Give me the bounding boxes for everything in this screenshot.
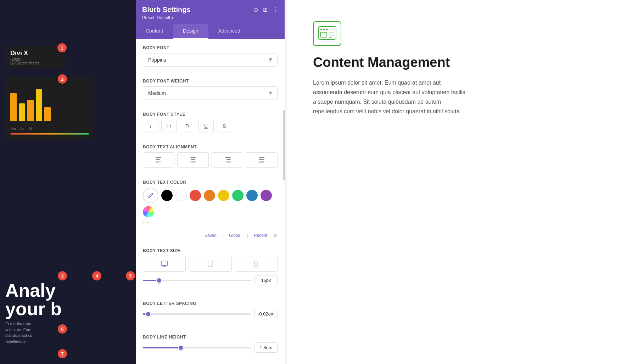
- preset-row[interactable]: Preset: Default ▾: [142, 15, 278, 20]
- divi-card: Divi X (2020) By Elegant Theme: [5, 46, 66, 69]
- tab-content[interactable]: Content: [136, 24, 173, 39]
- body-text-alignment-label: Body Text Alignment: [136, 138, 285, 152]
- color-rainbow[interactable]: [143, 206, 154, 217]
- device-icons: [143, 256, 278, 272]
- tabs-row: Content Design Advanced: [136, 24, 285, 39]
- letter-spacing-input[interactable]: [254, 309, 278, 319]
- color-dot-orange[interactable]: [204, 190, 215, 201]
- body-text-color-label: Body Text Color: [136, 174, 285, 188]
- svg-point-9: [320, 29, 322, 30]
- bar-group-4: [36, 89, 42, 121]
- color-dot-black[interactable]: [161, 190, 173, 201]
- body-letter-spacing-label: Body Letter Spacing: [136, 295, 285, 309]
- color-dot-blue[interactable]: [246, 190, 258, 201]
- analytics-title-line2: your b: [5, 298, 62, 319]
- chart-label-mar: Mar: [10, 127, 17, 130]
- analytics-title-line1: Analy: [5, 280, 56, 301]
- color-dot-white[interactable]: [175, 190, 187, 201]
- badge-3: 3: [58, 271, 67, 280]
- line-height-slider-track[interactable]: [143, 347, 251, 348]
- chart-label-apr: Apr: [19, 127, 25, 130]
- body-font-style-label: Body Font Style: [136, 106, 285, 120]
- bar-group-3: [27, 100, 34, 121]
- color-picker-button[interactable]: [143, 188, 158, 203]
- svg-rect-12: [320, 32, 327, 37]
- content-management-icon: [313, 21, 341, 46]
- badge-2: 2: [58, 74, 67, 84]
- more-icon[interactable]: ⋮: [273, 6, 278, 13]
- body-font-label: Body Font: [136, 39, 285, 53]
- tab-advanced[interactable]: Advanced: [208, 24, 250, 39]
- chart-labels: Mar Apr M: [10, 127, 89, 130]
- svg-point-0: [152, 193, 153, 194]
- divi-card-by: By Elegant Theme: [10, 61, 61, 65]
- color-dot-green[interactable]: [232, 190, 244, 201]
- color-section: ···: [136, 188, 285, 231]
- body-font-select-wrapper: Poppins ▼: [143, 53, 278, 67]
- panel-title-row: Blurb Settings ⊙ ⊞ ⋮: [142, 6, 278, 14]
- body-text-size-label: Body Text Size: [136, 242, 285, 256]
- badge-6: 6: [58, 324, 67, 334]
- global-tab[interactable]: Global: [229, 233, 241, 238]
- letter-spacing-slider-row: [143, 309, 278, 319]
- saved-tab[interactable]: Saved: [205, 233, 217, 238]
- svg-point-11: [326, 29, 328, 30]
- color-settings-icon[interactable]: ⚙: [273, 233, 278, 238]
- line-height-input[interactable]: [254, 342, 278, 353]
- letter-spacing-slider-track[interactable]: [143, 313, 251, 315]
- panel-title: Blurb Settings: [142, 6, 191, 14]
- svg-point-7: [256, 266, 257, 266]
- color-more-button[interactable]: ···: [143, 219, 150, 226]
- body-font-select[interactable]: Poppins: [143, 53, 278, 67]
- text-size-slider-track[interactable]: [143, 280, 251, 281]
- body-font-weight-select-wrapper: Medium ▼: [143, 86, 278, 100]
- text-size-input[interactable]: [254, 275, 278, 285]
- align-justify-button[interactable]: [246, 152, 278, 168]
- align-center-button[interactable]: [177, 152, 209, 168]
- titlecase-button[interactable]: Tr: [180, 120, 195, 132]
- chart-bars: [10, 82, 89, 125]
- color-dot-red[interactable]: [190, 190, 201, 201]
- bar-yellow-2: [36, 89, 42, 121]
- caps-button[interactable]: TT: [161, 120, 177, 132]
- svg-point-10: [323, 29, 325, 30]
- font-style-buttons: I TT Tr U S: [136, 120, 285, 138]
- mobile-button[interactable]: [235, 256, 278, 272]
- content-title: Content Management: [313, 55, 450, 71]
- align-left-button[interactable]: [143, 152, 174, 168]
- underline-button[interactable]: U: [198, 120, 214, 132]
- desktop-button[interactable]: [143, 256, 186, 272]
- line-height-slider-row: [143, 342, 278, 353]
- body-letter-spacing-section: [136, 309, 285, 328]
- body-font-weight-select[interactable]: Medium: [143, 86, 278, 100]
- color-dot-purple[interactable]: [261, 190, 272, 201]
- strikethrough-button[interactable]: S: [217, 120, 232, 132]
- bar-group-5: [44, 107, 51, 121]
- focus-icon[interactable]: ⊙: [253, 6, 258, 13]
- divi-card-year: (2020): [10, 57, 61, 61]
- bar-orange-2: [27, 100, 34, 121]
- body-text-size-section: [136, 256, 285, 295]
- chart-card: Mar Apr M: [5, 77, 94, 140]
- scroll-indicator[interactable]: [283, 110, 285, 181]
- bar-group-1: [10, 93, 17, 121]
- analytics-body-text: Et mollitia repevoluptate. Eumblanditiis…: [5, 321, 130, 344]
- panel-header: Blurb Settings ⊙ ⊞ ⋮ Preset: Default ▾: [136, 0, 285, 24]
- text-size-slider-row: [143, 275, 278, 285]
- grid-icon[interactable]: ⊞: [263, 6, 268, 13]
- chart-label-m: M: [27, 127, 34, 130]
- bar-yellow-1: [19, 103, 25, 121]
- tab-design[interactable]: Design: [173, 24, 208, 39]
- recent-tab[interactable]: Recent: [254, 233, 267, 238]
- bar-orange-1: [10, 93, 17, 121]
- alignment-buttons: [136, 152, 285, 174]
- align-right-button[interactable]: [212, 152, 243, 168]
- badge-1: 1: [57, 43, 67, 52]
- tablet-button[interactable]: [189, 256, 231, 272]
- color-tabs: Saved | Global | Recent ⚙: [136, 231, 285, 242]
- italic-button[interactable]: I: [143, 120, 158, 132]
- body-font-weight-label: Body Font Weight: [136, 72, 285, 86]
- analytics-title: Analy your b: [5, 281, 130, 318]
- svg-rect-1: [161, 261, 168, 266]
- color-dot-yellow[interactable]: [218, 190, 229, 201]
